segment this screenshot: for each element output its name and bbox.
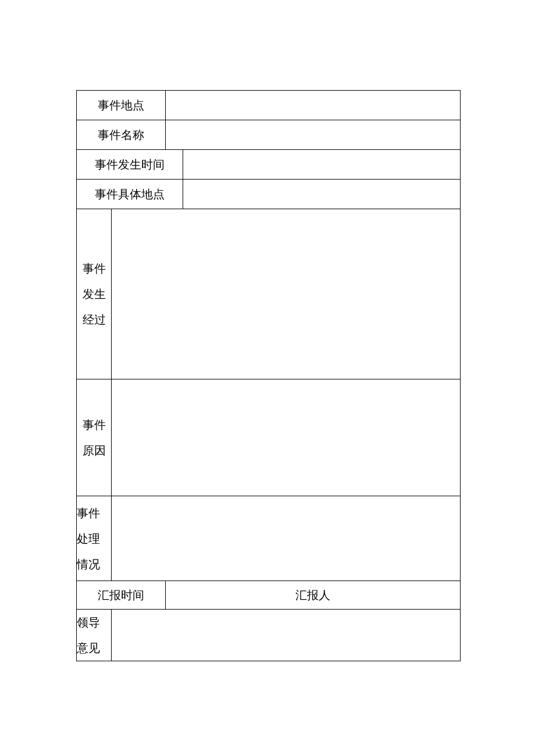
- row-leader-opinion: 领导 意见: [77, 610, 461, 661]
- value-event-name[interactable]: [166, 120, 461, 150]
- value-event-time[interactable]: [183, 150, 461, 180]
- label-event-reason-line1: 事件: [77, 412, 111, 438]
- label-event-location: 事件地点: [77, 91, 166, 120]
- label-event-specific-location: 事件具体地点: [77, 180, 183, 209]
- value-event-course[interactable]: [112, 209, 461, 379]
- value-event-reason[interactable]: [112, 379, 461, 496]
- row-report-info: 汇报时间 汇报人: [77, 581, 461, 610]
- label-event-handling-line1: 事件: [77, 500, 111, 526]
- value-event-location[interactable]: [166, 91, 461, 120]
- label-event-time: 事件发生时间: [77, 150, 183, 180]
- label-event-reason: 事件 原因: [77, 379, 112, 496]
- value-leader-opinion[interactable]: [112, 610, 461, 661]
- row-event-specific-location: 事件具体地点: [77, 180, 461, 209]
- value-event-specific-location[interactable]: [183, 180, 461, 209]
- row-event-name: 事件名称: [77, 120, 461, 150]
- label-event-handling: 事件 处理 情况: [77, 496, 112, 581]
- row-event-reason: 事件 原因: [77, 379, 461, 496]
- row-event-time: 事件发生时间: [77, 150, 461, 180]
- label-reporter: 汇报人: [166, 581, 461, 610]
- row-event-location: 事件地点: [77, 91, 461, 120]
- label-event-reason-line2: 原因: [77, 438, 111, 463]
- label-event-course: 事件 发生 经过: [77, 209, 112, 379]
- row-event-course: 事件 发生 经过: [77, 209, 461, 379]
- value-event-handling[interactable]: [112, 496, 461, 581]
- label-event-handling-line3: 情况: [77, 551, 111, 577]
- label-leader-opinion: 领导 意见: [77, 610, 112, 661]
- incident-report-form: 事件地点 事件名称 事件发生时间 事件具体地点 事件 发生 经过 事件 原因 事…: [76, 90, 461, 661]
- label-leader-opinion-line1: 领导: [77, 610, 111, 635]
- label-event-handling-line2: 处理: [77, 526, 111, 551]
- label-event-course-line1: 事件: [77, 256, 111, 281]
- label-event-name: 事件名称: [77, 120, 166, 150]
- label-leader-opinion-line2: 意见: [77, 635, 111, 661]
- label-report-time: 汇报时间: [77, 581, 166, 610]
- row-event-handling: 事件 处理 情况: [77, 496, 461, 581]
- label-event-course-line2: 发生: [77, 281, 111, 307]
- label-event-course-line3: 经过: [77, 307, 111, 332]
